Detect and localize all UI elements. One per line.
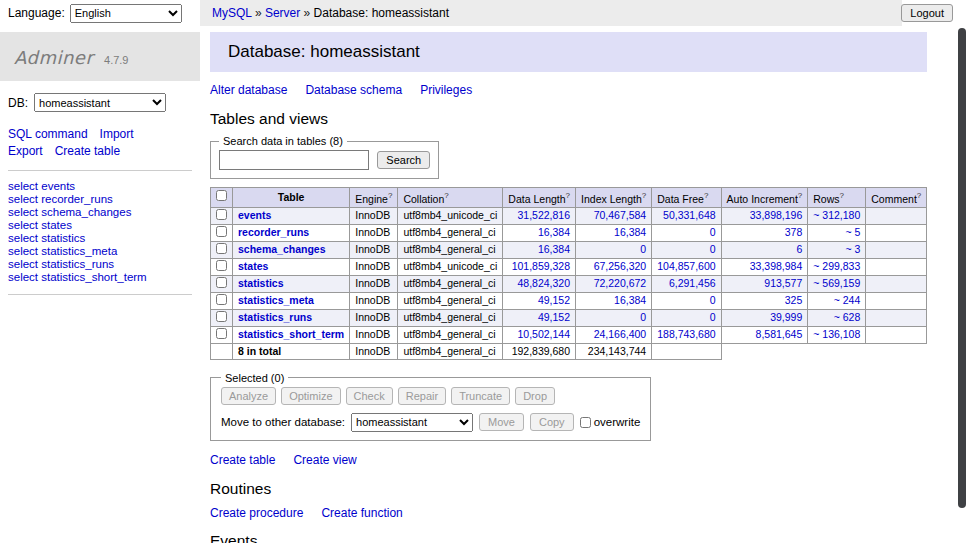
table-link-recorder-runs[interactable]: recorder_runs xyxy=(238,226,309,238)
breadcrumb-separator: » xyxy=(252,6,265,20)
engine-cell: InnoDB xyxy=(350,275,398,292)
column-header-data-free[interactable]: Data Free? xyxy=(652,188,721,208)
row-checkbox-events[interactable] xyxy=(216,209,227,220)
sidebar-select-events[interactable]: select events xyxy=(8,180,75,192)
sidebar-select-statistics-runs[interactable]: select statistics_runs xyxy=(8,258,114,270)
column-header-collation[interactable]: Collation? xyxy=(398,188,503,208)
row-checkbox-statistics[interactable] xyxy=(216,277,227,288)
sidebar-table-item: select statistics xyxy=(8,232,192,245)
table-link-schema-changes[interactable]: schema_changes xyxy=(238,243,326,255)
row-check-cell xyxy=(211,275,233,292)
column-header-auto-increment[interactable]: Auto Increment? xyxy=(721,188,808,208)
database-schema-link[interactable]: Database schema xyxy=(305,83,402,97)
alter-database-link[interactable]: Alter database xyxy=(210,83,287,97)
comment-cell xyxy=(866,207,927,224)
row-checkbox-schema-changes[interactable] xyxy=(216,243,227,254)
column-header-comment[interactable]: Comment? xyxy=(866,188,927,208)
data-free-cell: 0 xyxy=(652,224,721,241)
index-length-cell: 70,467,584 xyxy=(576,207,652,224)
table-link-statistics-runs[interactable]: statistics_runs xyxy=(238,311,312,323)
data-free-cell: 188,743,680 xyxy=(652,326,721,343)
column-header-data-length[interactable]: Data Length? xyxy=(503,188,576,208)
breadcrumb-link-mysql[interactable]: MySQL xyxy=(212,6,252,20)
topbar: Language: English MySQL » Server » Datab… xyxy=(0,0,966,26)
overwrite-checkbox[interactable] xyxy=(580,417,591,428)
help-icon[interactable]: ? xyxy=(642,191,646,200)
copy-button[interactable]: Copy xyxy=(530,413,574,431)
sidebar-select-schema-changes[interactable]: select schema_changes xyxy=(8,206,131,218)
check-button[interactable]: Check xyxy=(346,387,393,405)
help-icon[interactable]: ? xyxy=(704,191,708,200)
routine-links: Create procedureCreate function xyxy=(210,506,927,520)
logout-button[interactable]: Logout xyxy=(901,4,953,22)
app-version: 4.7.9 xyxy=(104,54,128,66)
collation-cell: utf8mb4_general_ci xyxy=(398,275,503,292)
column-header-index-length[interactable]: Index Length? xyxy=(576,188,652,208)
table-name-cell: statistics_short_term xyxy=(233,326,350,343)
help-icon[interactable]: ? xyxy=(798,191,802,200)
help-icon[interactable]: ? xyxy=(840,191,844,200)
scrollbar-thumb[interactable] xyxy=(958,28,966,508)
row-checkbox-statistics-runs[interactable] xyxy=(216,311,227,322)
page-title: Database: homeassistant xyxy=(210,32,927,72)
sidebar-select-statistics[interactable]: select statistics xyxy=(8,232,85,244)
repair-button[interactable]: Repair xyxy=(398,387,446,405)
db-label: DB: xyxy=(8,96,28,110)
collation-cell: utf8mb4_unicode_ci xyxy=(398,207,503,224)
search-input[interactable] xyxy=(219,150,369,170)
privileges-link[interactable]: Privileges xyxy=(420,83,472,97)
selected-legend: Selected (0) xyxy=(221,372,288,384)
column-header-table[interactable]: Table xyxy=(233,188,350,208)
comment-cell xyxy=(866,224,927,241)
language-select[interactable]: English xyxy=(70,4,182,23)
table-row-statistics: statisticsInnoDButf8mb4_general_ci48,824… xyxy=(211,275,927,292)
help-icon[interactable]: ? xyxy=(566,191,570,200)
move-button[interactable]: Move xyxy=(479,413,524,431)
create-function-link[interactable]: Create function xyxy=(321,506,402,520)
row-check-cell xyxy=(211,258,233,275)
breadcrumb-link-server[interactable]: Server xyxy=(265,6,300,20)
drop-button[interactable]: Drop xyxy=(515,387,555,405)
table-link-statistics[interactable]: statistics xyxy=(238,277,284,289)
create-table-link[interactable]: Create table xyxy=(210,453,275,467)
row-checkbox-statistics-meta[interactable] xyxy=(216,294,227,305)
sidebar-link-export[interactable]: Export xyxy=(8,144,43,158)
table-link-statistics-short-term[interactable]: statistics_short_term xyxy=(238,328,344,340)
table-row-events: eventsInnoDButf8mb4_unicode_ci31,522,816… xyxy=(211,207,927,224)
row-checkbox-recorder-runs[interactable] xyxy=(216,226,227,237)
help-icon[interactable]: ? xyxy=(917,191,921,200)
sidebar-select-recorder-runs[interactable]: select recorder_runs xyxy=(8,193,113,205)
analyze-button[interactable]: Analyze xyxy=(221,387,276,405)
optimize-button[interactable]: Optimize xyxy=(281,387,340,405)
row-check-cell xyxy=(211,292,233,309)
index-length-cell: 16,384 xyxy=(576,292,652,309)
db-select[interactable]: homeassistant xyxy=(34,93,166,112)
truncate-button[interactable]: Truncate xyxy=(451,387,510,405)
data-length-cell: 16,384 xyxy=(503,241,576,258)
row-checkbox-states[interactable] xyxy=(216,260,227,271)
row-checkbox-statistics-short-term[interactable] xyxy=(216,328,227,339)
help-icon[interactable]: ? xyxy=(388,191,392,200)
sidebar-select-statistics-meta[interactable]: select statistics_meta xyxy=(8,245,117,257)
sidebar-link-import[interactable]: Import xyxy=(100,127,134,141)
data-free-cell: 50,331,648 xyxy=(652,207,721,224)
table-link-statistics-meta[interactable]: statistics_meta xyxy=(238,294,314,306)
create-view-link[interactable]: Create view xyxy=(293,453,356,467)
move-db-select[interactable]: homeassistant xyxy=(351,413,473,432)
column-header-rows[interactable]: Rows? xyxy=(808,188,866,208)
table-link-states[interactable]: states xyxy=(238,260,268,272)
table-link-events[interactable]: events xyxy=(238,209,271,221)
sidebar-select-statistics-short-term[interactable]: select statistics_short_term xyxy=(8,271,147,283)
data-length-cell: 101,859,328 xyxy=(503,258,576,275)
column-header-engine[interactable]: Engine? xyxy=(350,188,398,208)
create-procedure-link[interactable]: Create procedure xyxy=(210,506,303,520)
page-scrollbar[interactable] xyxy=(958,0,966,543)
sidebar-select-states[interactable]: select states xyxy=(8,219,72,231)
rows-cell: ~ 5 xyxy=(808,224,866,241)
sidebar-link-sql-command[interactable]: SQL command xyxy=(8,127,88,141)
comment-cell xyxy=(866,326,927,343)
sidebar-link-create-table[interactable]: Create table xyxy=(55,144,120,158)
select-all-checkbox[interactable] xyxy=(216,190,227,201)
search-button[interactable]: Search xyxy=(377,151,430,169)
help-icon[interactable]: ? xyxy=(444,191,448,200)
